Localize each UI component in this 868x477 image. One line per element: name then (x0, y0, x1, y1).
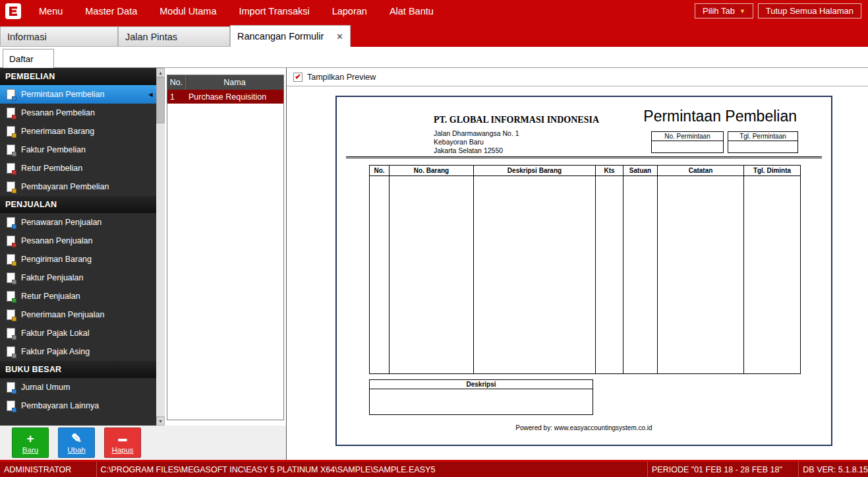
scrollbar-thumb[interactable] (156, 77, 165, 123)
retur-pembelian-icon (7, 163, 15, 174)
pengiriman-barang-icon (7, 254, 15, 265)
form-title: Permintaan Pembelian (643, 108, 797, 125)
tab-informasi[interactable]: Informasi (0, 26, 118, 47)
sidebar-item-label: Pesanan Pembelian (21, 108, 95, 117)
sidebar-item-pesanan-penjualan[interactable]: Pesanan Penjualan (0, 232, 156, 250)
list-header-no[interactable]: No. (167, 75, 186, 90)
pesanan-pembelian-icon (7, 108, 15, 118)
action-bar: + Baru ✎ Ubah ▬ Hapus (0, 426, 286, 460)
tutup-semua-halaman-button[interactable]: Tutup Semua Halaman (758, 3, 861, 18)
sidebar-item-label: Penerimaan Barang (21, 127, 94, 136)
form-col-no-barang: No. Barang (390, 166, 474, 175)
sidebar-item-pengiriman-barang[interactable]: Pengiriman Barang (0, 250, 156, 269)
menu-bar: Menu Master Data Modul Utama Import Tran… (0, 0, 868, 22)
list-row[interactable]: 1 Purchase Requisition (167, 90, 283, 104)
tab-informasi-label: Informasi (7, 32, 47, 42)
subtab-row: Daftar (0, 47, 868, 68)
retur-penjualan-icon (7, 291, 15, 302)
sidebar-item-label: Faktur Pajak Asing (21, 347, 90, 356)
powered-by-text: Powered by: www.easyaccountingsystem.co.… (337, 424, 831, 431)
sidebar-item-label: Pembayaran Pembelian (21, 182, 109, 191)
sidebar-item-label: Faktur Pajak Lokal (21, 329, 90, 338)
tab-rancangan-formulir-label: Rancangan Formulir (237, 31, 324, 42)
form-body-col (744, 176, 800, 373)
menubar-right-group: Pilih Tab ▼ Tutup Semua Halaman (695, 3, 868, 18)
sidebar-item-label: Permintaan Pembelian (21, 90, 104, 99)
tgl-permintaan-box: Tgl. Permintaan (728, 131, 798, 153)
tutup-semua-label: Tutup Semua Halaman (766, 6, 854, 16)
sidebar-item-label: Pembayaran Lainnya (21, 401, 99, 410)
sidebar-item-label: Penawaran Penjualan (21, 218, 101, 227)
tampilkan-preview-label[interactable]: Tampilkan Preview (307, 73, 376, 82)
list-header-nama[interactable]: Nama (186, 75, 283, 90)
tab-strip: Informasi Jalan Pintas Rancangan Formuli… (0, 22, 868, 47)
app-logo-icon (5, 3, 21, 19)
no-permintaan-box: No. Permintaan (651, 131, 724, 153)
no-permintaan-value (651, 141, 724, 153)
menu-item-modul-utama[interactable]: Modul Utama (148, 6, 227, 16)
preview-panel: ✔ Tampilkan Preview PT. GLOBAL INFORMASI… (286, 68, 868, 460)
menu-item-alat-bantu[interactable]: Alat Bantu (378, 6, 445, 16)
sidebar-item-label: Retur Pembelian (21, 164, 82, 173)
pilih-tab-label: Pilih Tab (703, 6, 735, 16)
sidebar-item-penawaran-penjualan[interactable]: Penawaran Penjualan (0, 213, 156, 232)
ubah-button[interactable]: ✎ Ubah (58, 428, 95, 458)
form-body-col (390, 176, 474, 373)
sidebar-item-label: Faktur Penjualan (21, 273, 84, 282)
form-table-header: No. No. Barang Deskripsi Barang Kts Satu… (370, 166, 800, 176)
menu-item-menu[interactable]: Menu (28, 6, 74, 16)
selected-pointer-icon: ◄ (147, 90, 154, 98)
menu-item-master-data[interactable]: Master Data (74, 6, 148, 16)
hapus-label: Hapus (111, 446, 133, 454)
deskripsi-box: Deskripsi (369, 379, 593, 415)
form-items-table: No. No. Barang Deskripsi Barang Kts Satu… (369, 165, 801, 374)
tab-jalan-pintas[interactable]: Jalan Pintas (118, 26, 230, 47)
pencil-icon: ✎ (71, 432, 82, 445)
sidebar-item-permintaan-pembelian[interactable]: Permintaan Pembelian ◄ (0, 85, 156, 104)
faktur-pembelian-icon (7, 144, 15, 155)
company-name: PT. GLOBAL INFORMASI INDONESIA (434, 115, 599, 125)
sidebar-item-penerimaan-barang[interactable]: Penerimaan Barang (0, 122, 156, 141)
form-body-col (623, 176, 658, 373)
sidebar-item-penerimaan-penjualan[interactable]: Penerimaan Penjualan (0, 305, 156, 324)
sidebar-item-faktur-penjualan[interactable]: Faktur Penjualan (0, 269, 156, 287)
sidebar-item-label: Pengiriman Barang (21, 255, 92, 264)
form-col-no: No. (370, 166, 390, 175)
sidebar-item-pembayaran-pembelian[interactable]: Pembayaran Pembelian (0, 177, 156, 196)
sidebar-item-retur-pembelian[interactable]: Retur Pembelian (0, 159, 156, 177)
address-line-3: Jakarta Selatan 12550 (434, 146, 519, 155)
scroll-down-icon[interactable]: ▼ (156, 416, 165, 426)
company-address: Jalan Dharmawangsa No. 1 Kebayoran Baru … (434, 129, 519, 155)
menu-item-laporan[interactable]: Laporan (321, 6, 378, 16)
close-icon[interactable]: ✕ (324, 32, 343, 42)
sidebar-item-jurnal-umum[interactable]: Jurnal Umum (0, 378, 156, 397)
pesanan-penjualan-icon (7, 236, 15, 246)
menu-item-import-transaksi[interactable]: Import Transaksi (228, 6, 321, 16)
sidebar-item-retur-penjualan[interactable]: Retur Penjualan (0, 287, 156, 305)
tab-daftar[interactable]: Daftar (3, 49, 54, 68)
scroll-up-icon[interactable]: ▲ (156, 68, 165, 77)
list-cell-nama: Purchase Requisition (186, 90, 283, 104)
sidebar-item-pembayaran-lainnya[interactable]: Pembayaran Lainnya (0, 397, 156, 415)
sidebar-item-pesanan-pembelian[interactable]: Pesanan Pembelian (0, 104, 156, 122)
address-line-2: Kebayoran Baru (434, 138, 519, 146)
pilih-tab-button[interactable]: Pilih Tab ▼ (695, 3, 753, 18)
baru-button[interactable]: + Baru (12, 428, 49, 458)
sidebar-item-faktur-pajak-lokal[interactable]: Faktur Pajak Lokal (0, 324, 156, 342)
form-preview-document: PT. GLOBAL INFORMASI INDONESIA Jalan Dha… (335, 96, 832, 446)
sidebar-scrollbar[interactable]: ▲ ▼ (156, 68, 165, 426)
sidebar-item-faktur-pembelian[interactable]: Faktur Pembelian (0, 141, 156, 159)
address-line-1: Jalan Dharmawangsa No. 1 (434, 129, 519, 138)
list-cell-no: 1 (167, 90, 186, 104)
statusbar-periode: PERIODE "01 FEB 18 - 28 FEB 18" (648, 465, 798, 474)
tab-daftar-label: Daftar (9, 54, 34, 64)
tab-rancangan-formulir[interactable]: Rancangan Formulir ✕ (230, 25, 351, 47)
plus-icon: + (26, 432, 34, 445)
statusbar-database-path: C:\PROGRAM FILES\MEGASOFT INC\EASY 5 PLA… (97, 465, 647, 474)
minus-icon: ▬ (119, 432, 127, 445)
penerimaan-barang-icon (7, 126, 15, 137)
sidebar-item-faktur-pajak-asing[interactable]: Faktur Pajak Asing (0, 342, 156, 361)
form-body-col (596, 176, 623, 373)
hapus-button[interactable]: ▬ Hapus (104, 428, 141, 458)
tampilkan-preview-checkbox[interactable]: ✔ (293, 73, 303, 82)
